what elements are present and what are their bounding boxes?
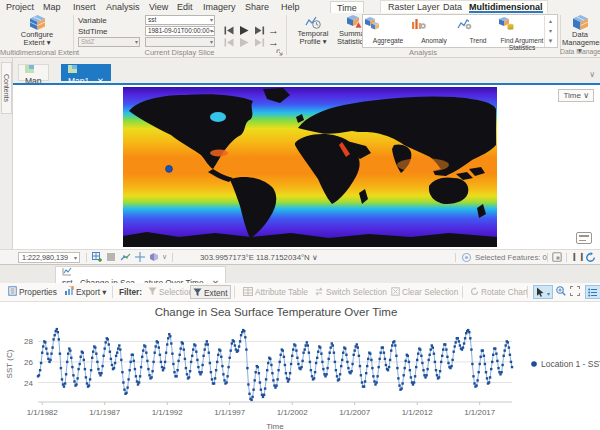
tab-project[interactable]: Project	[6, 1, 34, 13]
tabstrip-overflow-chevron-icon[interactable]: ∨	[589, 70, 595, 79]
location-1-marker[interactable]	[166, 166, 173, 173]
pointer-mode-button[interactable]: ▾	[533, 285, 553, 299]
legend-list-icon	[588, 288, 597, 297]
pointer-icon	[536, 287, 545, 297]
tab-raster-layer[interactable]: Raster Layer	[388, 1, 440, 13]
zoom-mode-button[interactable]	[556, 285, 568, 299]
find-argument-statistics-button[interactable]: Find Argument Statistics	[499, 17, 545, 51]
svg-text:26: 26	[24, 358, 33, 367]
full-extent-button[interactable]	[570, 285, 582, 299]
svg-text:Location 1 - SST: Location 1 - SST	[541, 359, 600, 369]
tab-data[interactable]: Data	[443, 1, 462, 13]
anomaly-label: Anomaly	[421, 37, 447, 44]
legend-toggle-button[interactable]	[585, 285, 600, 299]
refresh-icon[interactable]	[585, 252, 596, 263]
play-z-button[interactable]	[239, 38, 250, 47]
play-button[interactable]	[239, 26, 250, 35]
tab-imagery[interactable]: Imagery	[203, 1, 236, 13]
pause-drawing-icon[interactable]: ❙❙	[571, 252, 586, 261]
tab-share[interactable]: Share	[245, 1, 269, 13]
anomaly-button[interactable]: Anomaly	[411, 17, 457, 44]
clear-selection-icon	[391, 287, 400, 296]
contents-pane-tab[interactable]: Contents	[1, 62, 12, 114]
stdz-slice-combobox[interactable]: ▾	[145, 37, 215, 47]
svg-text:Time: Time	[266, 422, 284, 430]
map-time-button[interactable]: Time ∨	[558, 89, 594, 102]
tab-map[interactable]: Map	[43, 1, 61, 13]
crosshair-icon[interactable]	[135, 252, 145, 262]
grid-icon[interactable]	[106, 252, 116, 262]
stdz-combobox[interactable]: StdZ▾	[78, 37, 140, 47]
filter-extent-button[interactable]: Extent	[190, 285, 231, 299]
variable-label: Variable	[78, 16, 107, 25]
tab-help[interactable]: Help	[281, 1, 300, 13]
advance-time-arrow-button[interactable]: →	[268, 24, 279, 36]
advance-z-arrow-button[interactable]: →	[268, 36, 279, 48]
rotate-chart-button[interactable]: Rotate Chart	[470, 285, 528, 299]
summary-statistics-icon	[347, 15, 363, 29]
map-scale-combobox[interactable]: 1:222,980,139 ▾	[18, 252, 80, 263]
sst-timeseries-chart[interactable]: 2426281/1/19821/1/19871/1/19921/1/19971/…	[0, 320, 600, 430]
export-icon	[64, 286, 74, 296]
svg-text:1/1/1987: 1/1/1987	[89, 408, 121, 417]
chevron-down-icon: ▾	[135, 38, 138, 46]
sst-world-raster[interactable]	[123, 87, 497, 247]
stdtime-combobox[interactable]: 1981-09-01T00:00:00 –▾	[145, 26, 215, 36]
step-forward-button[interactable]	[254, 26, 265, 35]
clear-selection-button[interactable]: Clear Selection	[391, 285, 458, 299]
layout-window-icon[interactable]	[552, 252, 562, 262]
map-viewport[interactable]: Time ∨	[13, 85, 600, 249]
attribute-table-button[interactable]: Attribute Table	[243, 285, 308, 299]
selected-features-count[interactable]: Selected Features: 0	[475, 253, 547, 262]
aggregate-icon	[365, 17, 380, 30]
cursor-coordinates[interactable]: 303.9957173°E 118.7152034°N ∨	[200, 253, 318, 262]
tab-analysis[interactable]: Analysis	[106, 1, 140, 13]
export-button[interactable]: Export ▾	[64, 285, 106, 299]
temporal-profile-button[interactable]: Temporal Profile ▾	[292, 15, 334, 46]
view-tab-map[interactable]: Map	[18, 64, 49, 81]
aggregate-button[interactable]: Aggregate	[365, 17, 411, 44]
grid-add-icon[interactable]	[92, 252, 102, 262]
warm-patch-east-pacific	[210, 150, 228, 157]
map-thumbnail-icon	[68, 65, 77, 73]
view-tabstrip: Map Map1 ✕ ∨	[13, 58, 600, 83]
tab-insert[interactable]: Insert	[73, 1, 96, 13]
trend-button[interactable]: Trend	[457, 17, 499, 44]
step-forward-z-button[interactable]	[254, 38, 265, 47]
switch-selection-button[interactable]: Switch Selection	[315, 285, 387, 299]
step-back-z-button[interactable]	[224, 38, 235, 47]
multidimensional-cube-icon	[29, 15, 46, 30]
tab-view[interactable]: View	[149, 1, 168, 13]
gallery-scroll-down-icon[interactable]: ▾	[545, 26, 556, 36]
map-overview-icon[interactable]	[576, 232, 592, 244]
step-back-button[interactable]	[224, 26, 235, 35]
find-argument-statistics-icon	[499, 17, 514, 30]
variable-combobox[interactable]: sst▾	[145, 15, 215, 25]
svg-text:1/1/2017: 1/1/2017	[464, 408, 496, 417]
filter-selection-button[interactable]: Selection	[148, 285, 193, 299]
configure-extent-button[interactable]: Configure Extent ▾	[14, 15, 60, 47]
tab-multidimensional[interactable]: Multidimensional	[469, 1, 543, 13]
svg-text:28: 28	[24, 337, 33, 346]
zoom-in-icon	[556, 286, 566, 296]
properties-button[interactable]: Properties	[8, 285, 57, 299]
gallery-scroll-up-icon[interactable]: ▴	[545, 16, 556, 26]
group-label-multidimensional-extent: Multidimensional Extent	[0, 48, 73, 57]
funnel-icon	[193, 288, 202, 297]
map-panel: Contents Map Map1 ✕ ∨	[0, 58, 600, 264]
gallery-expand-icon[interactable]: ▼	[545, 36, 556, 46]
filter-selection-label: Selection	[159, 287, 193, 297]
chevron-down-icon[interactable]: ∨	[162, 253, 167, 261]
dialog-launcher-icon[interactable]	[276, 49, 283, 56]
chevron-down-icon: ▾	[210, 16, 213, 24]
chart-tab[interactable]: sst - Change in Sea ...ature Over Time ✕	[55, 266, 226, 283]
ribbon-tab-row: Project Map Insert Analysis View Edit Im…	[0, 0, 600, 13]
tab-time[interactable]: Time	[330, 1, 364, 13]
tab-edit[interactable]: Edit	[177, 1, 193, 13]
view-tab-map1[interactable]: Map1 ✕	[61, 64, 111, 81]
chart-area[interactable]: Change in Sea Surface Temperature Over T…	[0, 302, 600, 430]
navigator-icon[interactable]	[149, 252, 160, 262]
chevron-down-icon: ▾	[210, 27, 213, 35]
snapping-icon[interactable]	[120, 252, 131, 262]
chart-icon	[62, 267, 72, 276]
